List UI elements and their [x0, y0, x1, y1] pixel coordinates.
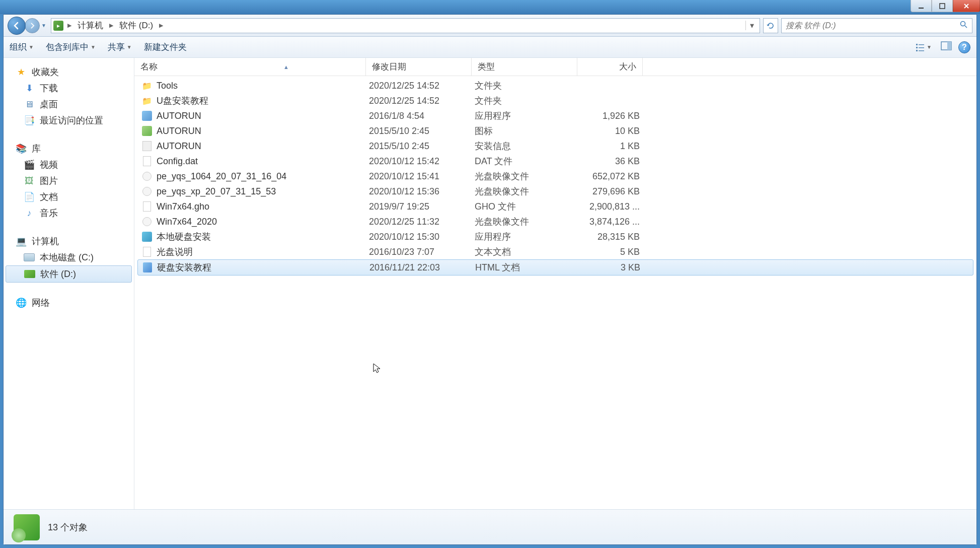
search-input[interactable] — [786, 21, 960, 30]
minimize-button[interactable] — [911, 0, 932, 12]
file-list: 名称 ▲ 修改日期 类型 大小 📁Tools2020/12/25 14:52文件… — [134, 58, 976, 509]
file-row[interactable]: 本地硬盘安装2020/10/12 15:30应用程序28,315 KB — [137, 229, 973, 244]
chevron-down-icon: ▼ — [927, 44, 932, 50]
close-button[interactable] — [953, 0, 980, 12]
file-date: 2020/10/12 15:30 — [369, 232, 475, 242]
file-row[interactable]: AUTORUN2016/1/8 4:54应用程序1,926 KB — [137, 108, 973, 123]
file-row[interactable]: 📁U盘安装教程2020/12/25 14:52文件夹 — [137, 93, 973, 108]
col-name-label: 名称 — [140, 61, 158, 73]
col-date-label: 修改日期 — [372, 62, 406, 72]
sidebar-videos[interactable]: 🎬 视频 — [4, 157, 134, 173]
file-type: 文本文档 — [475, 246, 580, 258]
column-date[interactable]: 修改日期 — [366, 58, 472, 76]
file-row[interactable]: Config.dat2020/10/12 15:42DAT 文件36 KB — [137, 154, 973, 169]
sidebar-network[interactable]: 🌐 网络 — [4, 295, 134, 311]
file-row[interactable]: AUTORUN2015/5/10 2:45图标10 KB — [137, 123, 973, 139]
recent-label: 最近访问的位置 — [40, 114, 103, 126]
breadcrumb-drive[interactable]: 软件 (D:) — [117, 19, 155, 32]
preview-pane-icon — [940, 40, 952, 52]
search-box[interactable] — [781, 18, 972, 33]
file-type: 文件夹 — [475, 80, 580, 92]
view-options-button[interactable]: ▼ — [912, 39, 934, 55]
file-row[interactable]: pe_yqs_1064_20_07_31_16_042020/10/12 15:… — [137, 169, 973, 184]
desktop-icon: 🖥 — [24, 99, 35, 110]
sidebar-drive-c[interactable]: 本地磁盘 (C:) — [4, 249, 134, 265]
include-library-menu[interactable]: 包含到库中 ▼ — [46, 41, 96, 53]
downloads-label: 下载 — [40, 82, 58, 94]
sidebar-documents[interactable]: 📄 文档 — [4, 189, 134, 205]
explorer-window: ▼ ▸ ▶ 计算机 ▶ 软件 (D:) ▶ ▾ 组织 ▼ 包含到库中 ▼ — [3, 14, 977, 545]
address-bar[interactable]: ▸ ▶ 计算机 ▶ 软件 (D:) ▶ ▾ — [51, 18, 760, 33]
file-row[interactable]: 光盘说明2016/10/23 7:07文本文档5 KB — [137, 244, 973, 259]
file-name: pe_yqs_xp_20_07_31_15_53 — [157, 186, 276, 197]
file-row[interactable]: 硬盘安装教程2016/11/21 22:03HTML 文档3 KB — [137, 259, 973, 276]
help-button[interactable]: ? — [958, 41, 970, 53]
file-size: 3 KB — [581, 262, 646, 273]
sidebar-downloads[interactable]: ⬇ 下载 — [4, 80, 134, 96]
sidebar-pictures[interactable]: 🖼 图片 — [4, 173, 134, 189]
music-label: 音乐 — [40, 207, 58, 219]
file-type: 光盘映像文件 — [475, 216, 580, 228]
download-icon: ⬇ — [24, 83, 35, 94]
computer-group: 💻 计算机 本地磁盘 (C:) 软件 (D:) — [4, 233, 134, 283]
file-row[interactable]: Win7x64_20202020/12/25 11:32光盘映像文件3,874,… — [137, 214, 973, 229]
preview-pane-button[interactable] — [940, 40, 952, 54]
file-type: 文件夹 — [475, 95, 580, 107]
file-size: 2,900,813 ... — [580, 201, 646, 212]
breadcrumb-computer[interactable]: 计算机 — [76, 19, 105, 32]
file-row[interactable]: pe_yqs_xp_20_07_31_15_532020/10/12 15:36… — [137, 184, 973, 199]
organize-menu[interactable]: 组织 ▼ — [10, 41, 34, 53]
column-size[interactable]: 大小 — [577, 58, 643, 76]
sidebar-desktop[interactable]: 🖥 桌面 — [4, 96, 134, 112]
sidebar-music[interactable]: ♪ 音乐 — [4, 205, 134, 221]
chevron-down-icon: ▼ — [91, 44, 96, 50]
file-row[interactable]: Win7x64.gho2019/9/7 19:25GHO 文件2,900,813… — [137, 199, 973, 214]
sidebar-recent[interactable]: 📑 最近访问的位置 — [4, 112, 134, 128]
maximize-button[interactable] — [932, 0, 953, 12]
include-label: 包含到库中 — [46, 41, 89, 53]
network-icon: 🌐 — [16, 297, 27, 308]
column-type[interactable]: 类型 — [472, 58, 577, 76]
file-name: AUTORUN — [157, 141, 201, 152]
drive-d-icon — [24, 268, 35, 280]
pictures-label: 图片 — [40, 175, 58, 187]
file-name: Win7x64.gho — [157, 201, 209, 212]
file-date: 2019/9/7 19:25 — [369, 201, 475, 212]
sidebar-computer[interactable]: 💻 计算机 — [4, 233, 134, 249]
drive-c-icon — [24, 252, 35, 263]
back-button[interactable] — [8, 17, 26, 35]
svg-rect-1 — [940, 4, 945, 9]
desktop-label: 桌面 — [40, 98, 58, 110]
drive-d-label: 软件 (D:) — [40, 268, 76, 280]
column-name[interactable]: 名称 ▲ — [134, 58, 366, 76]
file-date: 2016/10/23 7:07 — [369, 247, 475, 257]
address-dropdown[interactable]: ▾ — [745, 21, 758, 30]
status-bar: 13 个对象 — [4, 509, 976, 544]
breadcrumb-separator-icon[interactable]: ▶ — [107, 22, 115, 29]
file-row[interactable]: AUTORUN2015/5/10 2:45安装信息1 KB — [137, 139, 973, 154]
nav-history-dropdown[interactable]: ▼ — [40, 18, 48, 33]
refresh-button[interactable] — [763, 18, 778, 33]
forward-button[interactable] — [25, 18, 40, 33]
share-menu[interactable]: 共享 ▼ — [108, 41, 132, 53]
drive-c-label: 本地磁盘 (C:) — [40, 251, 94, 263]
file-date: 2020/12/25 14:52 — [369, 81, 475, 91]
file-name: 硬盘安装教程 — [157, 261, 211, 273]
search-icon — [960, 21, 968, 31]
libraries-group: 📚 库 🎬 视频 🖼 图片 📄 文档 ♪ 音乐 — [4, 141, 134, 221]
file-type: 应用程序 — [475, 110, 580, 122]
file-name: Tools — [157, 81, 178, 91]
file-size: 36 KB — [580, 156, 646, 167]
file-row[interactable]: 📁Tools2020/12/25 14:52文件夹 — [137, 78, 973, 93]
new-folder-button[interactable]: 新建文件夹 — [144, 41, 187, 53]
breadcrumb-separator-icon[interactable]: ▶ — [65, 22, 73, 29]
file-rows[interactable]: 📁Tools2020/12/25 14:52文件夹📁U盘安装教程2020/12/… — [134, 76, 976, 509]
chevron-down-icon: ▼ — [127, 44, 132, 50]
file-date: 2020/10/12 15:42 — [369, 156, 475, 167]
content-area: ★ 收藏夹 ⬇ 下载 🖥 桌面 📑 最近访问的位置 📚 — [4, 58, 976, 509]
sidebar-drive-d[interactable]: 软件 (D:) — [6, 265, 132, 283]
breadcrumb-separator-icon[interactable]: ▶ — [157, 22, 165, 29]
file-name: U盘安装教程 — [157, 95, 208, 107]
sidebar-libraries[interactable]: 📚 库 — [4, 141, 134, 157]
sidebar-favorites[interactable]: ★ 收藏夹 — [4, 64, 134, 80]
